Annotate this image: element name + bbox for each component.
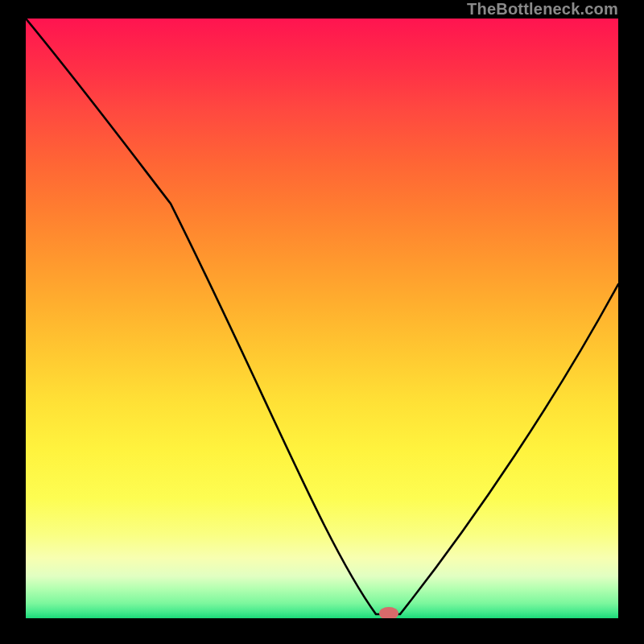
optimal-marker	[379, 607, 398, 618]
plot-area	[26, 19, 618, 618]
bottleneck-curve	[26, 19, 618, 614]
watermark-text: TheBottleneck.com	[467, 0, 618, 19]
chart-frame: TheBottleneck.com	[0, 0, 644, 644]
curve-svg	[26, 19, 618, 618]
